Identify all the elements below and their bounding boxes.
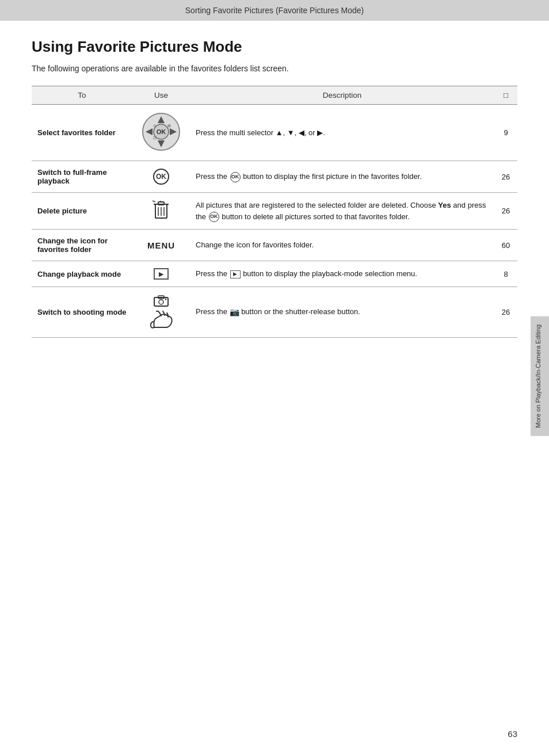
inline-play-icon: ▶ [230,270,241,278]
svg-line-16 [152,201,155,202]
row-2-ref: 26 [494,161,517,193]
header-text: Sorting Favorite Pictures (Favorite Pict… [185,6,364,15]
camera-icon [153,294,169,307]
page-title: Using Favorite Pictures Mode [32,38,517,56]
row-6-to: Switch to shooting mode [32,287,132,338]
row-1-to: Select favorites folder [32,105,132,161]
row-4-to: Change the icon for favorites folder [32,230,132,261]
table-row: Change the icon for favorites folder MEN… [32,230,517,261]
menu-icon: MENU [147,240,175,250]
row-2-to: Switch to full-frame playback [32,161,132,193]
row-1-use: OK ⊙ ⊠ ⊡ [132,105,190,161]
features-table: To Use Description □ Select favorites fo… [32,86,517,338]
svg-text:⊙: ⊙ [153,124,157,128]
multi-selector-icon: OK ⊙ ⊠ ⊡ [141,112,181,152]
inline-ok-icon: OK [230,172,241,182]
table-row: Switch to shooting mode [32,287,517,338]
trash-icon [152,200,170,220]
header-bar: Sorting Favorite Pictures (Favorite Pict… [0,0,549,21]
row-6-use [132,287,190,338]
row-6-ref: 26 [494,287,517,338]
main-content: Using Favorite Pictures Mode The followi… [0,21,549,355]
row-1-ref: 9 [494,105,517,161]
col-to: To [32,86,132,105]
row-3-ref: 26 [494,193,517,230]
table-row: Select favorites folder [32,105,517,161]
row-2-use: OK [132,161,190,193]
svg-text:⊡: ⊡ [153,136,157,140]
intro-text: The following operations are available i… [32,64,517,73]
svg-text:OK: OK [157,128,166,135]
row-4-use: MENU [132,230,190,261]
shutter-release-icon [148,310,174,330]
row-3-desc: All pictures that are registered to the … [190,193,494,230]
svg-rect-12 [158,202,164,205]
row-5-ref: 8 [494,261,517,287]
table-row: Delete picture [32,193,517,230]
col-ref: □ [494,86,517,105]
table-row: Switch to full-frame playback OK Press t… [32,161,517,193]
col-use: Use [132,86,190,105]
col-description: Description [190,86,494,105]
inline-camera-icon: 📷 [230,307,239,316]
table-row: Change playback mode ▶ Press the ▶ butto… [32,261,517,287]
row-2-desc: Press the OK button to display the first… [190,161,494,193]
row-3-to: Delete picture [32,193,132,230]
svg-point-21 [165,299,167,300]
row-4-ref: 60 [494,230,517,261]
row-1-desc: Press the multi selector ▲, ▼, ◀, or ▶. [190,105,494,161]
svg-point-20 [159,300,163,304]
playback-button-icon: ▶ [154,268,169,280]
side-tab-text: More on Playback/In-Camera Editing [535,324,542,428]
ok-button-icon: OK [153,169,169,185]
row-5-desc: Press the ▶ button to display the playba… [190,261,494,287]
row-4-desc: Change the icon for favorites folder. [190,230,494,261]
side-tab: More on Playback/In-Camera Editing [531,316,549,436]
shooting-icons [138,294,184,330]
row-6-desc: Press the 📷 button or the shutter-releas… [190,287,494,338]
inline-ok-icon-2: OK [209,212,219,222]
page-number: 63 [508,729,517,739]
row-5-use: ▶ [132,261,190,287]
row-5-to: Change playback mode [32,261,132,287]
row-3-use [132,193,190,230]
svg-text:⊠: ⊠ [167,124,171,128]
